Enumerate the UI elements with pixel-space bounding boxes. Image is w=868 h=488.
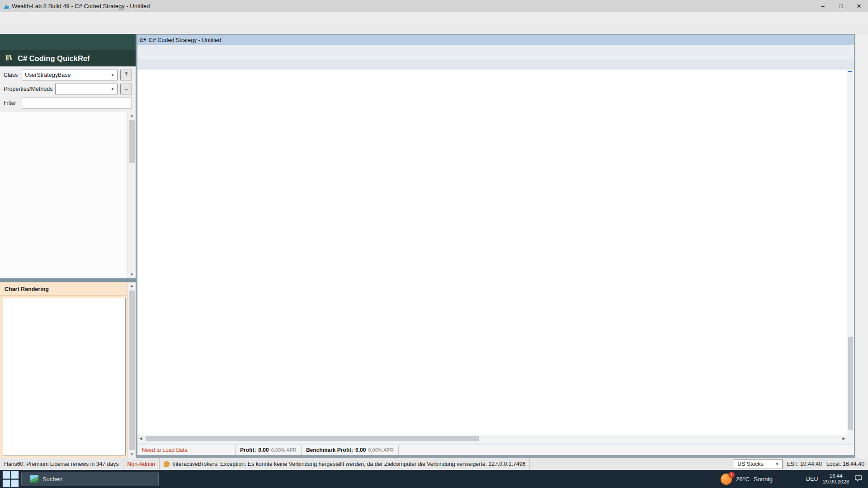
benchmark-profit-status: Benchmark Profit: 0.00 0,00% APR <box>302 445 399 455</box>
class-help-button[interactable]: ? <box>120 70 132 80</box>
scrollbar-thumb[interactable] <box>146 436 479 441</box>
main-toolbar <box>0 23 868 34</box>
taskbar-clock[interactable]: 16:44 29.09.2023 <box>823 473 849 485</box>
code-editor: ◀ ▶ <box>137 70 854 442</box>
strategy-window: C# C# Coded Strategy - Untitled ◀ ▶ <box>137 35 854 455</box>
scrollbar-thumb[interactable] <box>848 337 853 430</box>
chevron-down-icon: ▼ <box>111 73 114 77</box>
workspace: C# Coding QuickRef Class UserStrategyBas… <box>0 34 868 458</box>
weather-condition: Sonnig <box>754 476 773 483</box>
admin-status: Non-Admin <box>123 458 160 470</box>
close-button[interactable]: ✕ <box>850 0 868 12</box>
chart-rendering-list <box>3 298 126 455</box>
profit-label: Profit: <box>240 447 256 453</box>
strategy-toolbar <box>137 45 854 59</box>
maximize-button[interactable]: □ <box>832 0 850 12</box>
scroll-up-icon[interactable]: ▲ <box>128 112 136 119</box>
clock-date: 29.09.2023 <box>823 479 849 485</box>
scroll-up-icon[interactable]: ▲ <box>128 282 136 290</box>
scroll-down-icon[interactable]: ▼ <box>128 271 136 278</box>
code-editor-text-area[interactable] <box>137 70 847 435</box>
search-placeholder: Suchen <box>42 476 62 483</box>
scrollbar-corner <box>847 435 854 442</box>
benchmark-value: 0.00 <box>355 447 366 453</box>
weather-temp: 26°C <box>736 476 750 483</box>
class-dropdown-value: UserStrategyBase <box>25 72 71 78</box>
quickref-description-text <box>4 115 127 277</box>
market-value: US Stocks <box>737 461 763 467</box>
warning-dot-icon <box>164 461 170 467</box>
start-button[interactable] <box>0 470 21 488</box>
chevron-down-icon: ▼ <box>775 462 779 466</box>
chart-rendering-title: Chart Rendering <box>0 282 127 296</box>
quickref-header: C# Coding QuickRef <box>0 50 136 66</box>
filter-input[interactable] <box>22 98 132 108</box>
app-statusbar: Hans60: Premium License renews in 347 da… <box>0 458 868 470</box>
benchmark-apr: 0,00% APR <box>368 447 393 453</box>
quickref-form: Class UserStrategyBase ▼ ? Properties/Me… <box>0 66 136 112</box>
scrollbar-thumb[interactable] <box>129 120 135 163</box>
strategy-statusbar: Need to Load Data Profit: 0.00 0,00% APR… <box>137 445 854 455</box>
taskbar: Suchen 1 26°C Sonnig DEU 16:44 29.09.202… <box>0 470 868 488</box>
market-dropdown[interactable]: US Stocks ▼ <box>734 459 782 469</box>
profit-apr: 0,00% APR <box>271 447 297 453</box>
chart-rendering-panel: Chart Rendering ▲ ▼ <box>0 282 136 458</box>
sidebar-nav-icons <box>0 34 136 50</box>
quickref-description: ▲ ▼ <box>0 112 136 278</box>
local-time: Local: 16:44:40 <box>826 461 864 467</box>
chart-rendering-scrollbar[interactable]: ▲ ▼ <box>127 282 136 458</box>
title-bar: Wealth-Lab 8 Build 49 - C# Coded Strateg… <box>0 0 868 12</box>
system-tray: 1 26°C Sonnig DEU 16:44 29.09.2023 <box>721 473 868 485</box>
editor-vertical-scrollbar[interactable] <box>847 70 854 435</box>
weather-icon: 1 <box>721 474 732 485</box>
minimize-button[interactable]: – <box>814 0 832 12</box>
class-dropdown[interactable]: UserStrategyBase ▼ <box>22 70 118 80</box>
strategy-window-titlebar[interactable]: C# C# Coded Strategy - Untitled <box>137 35 854 45</box>
panel-splitter[interactable] <box>0 278 136 282</box>
clock-time: 16:44 <box>823 473 849 479</box>
broker-status: InteractiveBrokers: Exception: Es konnte… <box>160 458 530 470</box>
wealth-lab-logo-icon <box>3 3 9 9</box>
scroll-down-icon[interactable]: ▼ <box>128 451 136 458</box>
news-badge: 1 <box>728 472 735 478</box>
scroll-right-icon[interactable]: ▶ <box>840 435 847 442</box>
mdi-area: C# C# Coded Strategy - Untitled ◀ ▶ <box>136 34 855 458</box>
scrollbar-thumb[interactable] <box>129 291 135 450</box>
strategy-tabs <box>137 59 854 70</box>
drawing-tools-strip <box>855 34 868 460</box>
notification-center-icon[interactable] <box>854 474 863 484</box>
weather-widget[interactable]: 1 26°C Sonnig <box>721 474 773 485</box>
props-label: Properties/Methods <box>4 86 52 92</box>
menu-bar <box>0 12 868 23</box>
data-load-status: Need to Load Data <box>137 445 236 455</box>
benchmark-label: Benchmark Profit: <box>306 447 353 453</box>
profit-value: 0.00 <box>258 447 269 453</box>
library-books-icon <box>5 53 14 64</box>
quickref-scrollbar[interactable]: ▲ ▼ <box>127 112 136 278</box>
wealth-lab-application: Wealth-Lab 8 Build 49 - C# Coded Strateg… <box>0 0 868 488</box>
window-title: Wealth-Lab 8 Build 49 - C# Coded Strateg… <box>12 3 150 9</box>
class-label: Class <box>4 72 19 78</box>
scroll-left-icon[interactable]: ◀ <box>137 435 144 442</box>
csharp-strategy-icon: C# <box>140 38 146 43</box>
sidebar: C# Coding QuickRef Class UserStrategyBas… <box>0 34 136 458</box>
props-go-button[interactable]: → <box>120 84 132 94</box>
language-indicator[interactable]: DEU <box>806 476 818 482</box>
strategy-window-title: C# Coded Strategy - Untitled <box>149 37 221 43</box>
filter-label: Filter <box>4 100 19 106</box>
scroll-annotation-mark <box>848 71 852 72</box>
taskbar-search[interactable]: Suchen <box>21 472 159 486</box>
props-dropdown[interactable]: ▼ <box>55 84 118 94</box>
chevron-down-icon: ▼ <box>111 87 114 91</box>
statusbar-spacer <box>399 445 854 455</box>
editor-horizontal-scrollbar[interactable]: ◀ ▶ <box>137 435 847 442</box>
search-highlight-thumbnail <box>30 475 38 483</box>
broker-message: InteractiveBrokers: Exception: Es konnte… <box>172 461 525 467</box>
est-time: EST: 10:44:40 <box>787 461 822 467</box>
profit-status: Profit: 0.00 0,00% APR <box>236 445 302 455</box>
quickref-title: C# Coding QuickRef <box>18 54 90 63</box>
